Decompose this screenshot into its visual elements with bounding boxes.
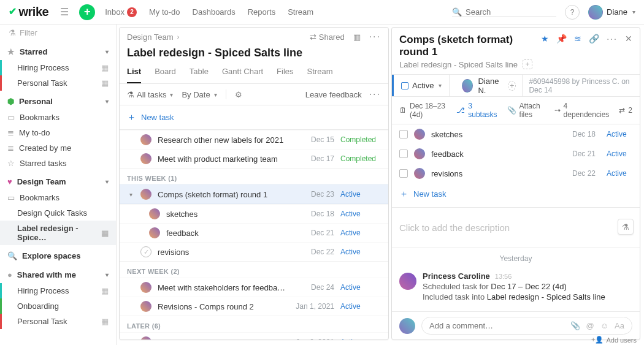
more-menu[interactable]: ··· (607, 34, 618, 44)
subtask-checkbox[interactable] (399, 169, 408, 178)
new-task-button[interactable]: ＋ New task (120, 105, 388, 130)
subtask-checkbox[interactable] (399, 130, 408, 138)
comment-input[interactable] (429, 321, 564, 330)
sidebar-filter[interactable]: ⚗ Filter (0, 25, 116, 42)
shared-button[interactable]: ⇄Shared (310, 32, 345, 42)
task-title[interactable]: Comps (sketch format) round 1 (399, 34, 541, 58)
nav-dashboards[interactable]: Dashboards (193, 7, 236, 17)
hamburger-icon[interactable]: ☰ (57, 5, 72, 20)
share-icon: ⇄ (310, 32, 316, 42)
attach-files[interactable]: 📎Attach files (507, 102, 545, 119)
list-icon: ≣ (7, 128, 14, 137)
user-menu[interactable]: Diane ▾ (588, 5, 635, 20)
list-icon: ≣ (7, 143, 14, 153)
star-icon[interactable]: ★ (541, 34, 549, 44)
sheet-icon: ▦ (101, 229, 109, 238)
add-parent-button[interactable]: + (523, 59, 532, 69)
sidebar-item-personal-task[interactable]: Personal Task▦ (0, 314, 116, 329)
task-row[interactable]: Meet with stakeholders for feedback on c… (120, 278, 388, 297)
subtask-checkbox[interactable] (399, 150, 408, 158)
subtask-row[interactable]: sketches Dec 18 Active (392, 124, 640, 144)
tab-board[interactable]: Board (155, 64, 176, 83)
nav-mytodo[interactable]: My to-do (149, 7, 180, 17)
group-design-team[interactable]: ♥Design Team ▾ (0, 173, 116, 190)
nav-stream[interactable]: Stream (288, 7, 313, 17)
add-user-icon: +👤 (591, 336, 604, 344)
brand-name: wrike (19, 5, 49, 19)
group-shared[interactable]: ●Shared with me ▾ (0, 267, 116, 283)
tab-gantt[interactable]: Gantt Chart (222, 64, 263, 83)
tab-table[interactable]: Table (190, 64, 209, 83)
subtasks-count[interactable]: ⎇3 subtasks (456, 102, 497, 119)
format-icon[interactable]: Aa (615, 321, 624, 330)
sort-by-date[interactable]: By Date▾ (182, 90, 217, 99)
pin-icon[interactable]: 📌 (556, 34, 567, 44)
panel-icon[interactable]: ▥ (353, 32, 361, 42)
task-row[interactable]: Research other new labels for 2021 Dec 1… (120, 130, 388, 149)
sidebar-item-bookmarks[interactable]: ▭Bookmarks (0, 190, 116, 205)
feedback-link[interactable]: Leave feedback (305, 90, 362, 99)
group-explore[interactable]: 🔍Explore spaces (0, 248, 116, 264)
help-button[interactable]: ? (565, 5, 580, 20)
task-row[interactable]: Meet with stakeholders - feedback on rou… (120, 332, 388, 339)
sidebar-item-design-quick[interactable]: Design Quick Tasks (0, 205, 116, 221)
brand-logo[interactable]: ✔ wrike (9, 5, 48, 19)
assignee-avatar (140, 282, 151, 293)
sidebar-item-hiring[interactable]: Hiring Process▦ (0, 283, 116, 298)
task-row[interactable]: Revisions - Comps round 2 Jan 1, 2021 Ac… (120, 297, 388, 316)
add-assignee-button[interactable]: + (508, 81, 516, 91)
rss-icon[interactable]: ≋ (574, 34, 581, 44)
tab-files[interactable]: Files (277, 64, 293, 83)
sidebar-item-bookmarks[interactable]: ▭Bookmarks (0, 110, 116, 125)
link-icon[interactable]: 🔗 (589, 34, 599, 44)
task-row[interactable]: ▾ Comps (sketch format) round 1 Dec 23 A… (120, 184, 388, 204)
create-button[interactable]: + (79, 4, 95, 20)
comment-field[interactable]: 📎 @ ☺ Aa (421, 317, 632, 335)
subtask-row[interactable]: feedback Dec 21 Active (120, 223, 388, 242)
sidebar-item-personal-task[interactable]: Personal Task ▦ (0, 75, 116, 91)
date-range[interactable]: 🗓Dec 18–23 (4d) (399, 102, 447, 119)
group-personal[interactable]: ⬢Personal ▾ (0, 93, 116, 110)
breadcrumb[interactable]: Design Team (127, 32, 174, 42)
close-icon[interactable]: ✕ (625, 34, 632, 44)
complete-checkbox[interactable]: ✓ (140, 246, 151, 257)
sidebar-item-onboarding[interactable]: Onboarding (0, 298, 116, 314)
add-users-link[interactable]: +👤 Add users (591, 336, 637, 344)
clip-icon[interactable]: 📎 (570, 321, 580, 330)
task-row[interactable]: Meet with product marketing team Dec 17 … (120, 149, 388, 168)
sidebar-item-mytodo[interactable]: ≣My to-do (0, 125, 116, 140)
nav-inbox[interactable]: Inbox 2 (105, 7, 137, 17)
sidebar-item-starredtasks[interactable]: ☆Starred tasks (0, 156, 116, 171)
more-menu[interactable]: ··· (369, 31, 381, 42)
settings-icon[interactable]: ⚙ (235, 90, 242, 99)
sidebar-item-createdbyme[interactable]: ≣Created by me (0, 140, 116, 156)
sidebar-item-label-redesign[interactable]: Label redesign - Spice… ▦ (0, 221, 116, 245)
global-search[interactable]: 🔍 (452, 7, 556, 17)
subtask-row[interactable]: revisions Dec 22 Active (392, 164, 640, 183)
filter-all-tasks[interactable]: ⚗All tasks▾ (127, 90, 173, 99)
add-subtask-button[interactable]: ＋ New task (392, 183, 640, 208)
parent-link[interactable]: Label redesign - Spiced Salts line (399, 60, 518, 69)
section-later: LATER (6) (120, 316, 388, 332)
activity-day-label: Yesterday (392, 248, 640, 269)
dependencies[interactable]: ⇢4 dependencies (554, 102, 610, 119)
status-selector[interactable]: Active ▾ (392, 75, 450, 96)
assignee-name[interactable]: Diane N. (478, 77, 503, 95)
description-placeholder[interactable]: Click to add the description (392, 208, 640, 248)
sidebar-item-hiring[interactable]: Hiring Process ▦ (0, 60, 116, 75)
more-menu[interactable]: ··· (369, 89, 381, 100)
emoji-icon[interactable]: ☺ (600, 321, 608, 330)
search-input[interactable] (466, 7, 556, 17)
share-count[interactable]: ⇄2 (619, 106, 632, 115)
tab-stream[interactable]: Stream (307, 64, 333, 83)
subtask-row[interactable]: feedback Dec 21 Active (392, 144, 640, 164)
mention-icon[interactable]: @ (586, 321, 594, 330)
sidebar-filter-label: Filter (20, 28, 37, 37)
tab-list[interactable]: List (127, 64, 141, 83)
subtask-row[interactable]: ✓ revisions Dec 22 Active (120, 242, 388, 261)
chevron-down-icon[interactable]: ▾ (127, 191, 134, 198)
activity-filter-button[interactable]: ⚗ (618, 219, 634, 235)
subtask-row[interactable]: sketches Dec 18 Active (120, 204, 388, 223)
group-starred[interactable]: ★Starred ▾ (0, 44, 116, 60)
nav-reports[interactable]: Reports (248, 7, 276, 17)
